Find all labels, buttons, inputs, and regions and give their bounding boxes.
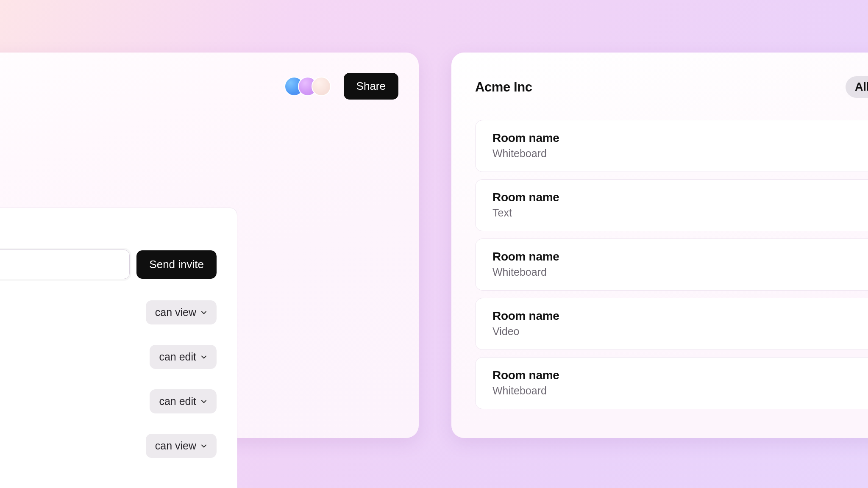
share-button[interactable]: Share	[344, 73, 398, 100]
permission-select[interactable]: can edit	[150, 345, 217, 369]
room-card[interactable]: Room name Video	[475, 298, 868, 350]
member-row: Driessen acme.inc can view	[0, 299, 217, 326]
invite-row: Send invite	[0, 250, 217, 279]
avatar	[312, 77, 331, 96]
permission-label: can view	[155, 440, 196, 452]
permission-label: can edit	[159, 395, 196, 408]
invite-dialog: Send invite Driessen acme.inc can view	[0, 208, 237, 488]
room-name: Room name	[492, 131, 868, 145]
tab-all[interactable]: All	[846, 76, 868, 98]
rooms-panel: Acme Inc All Whiteboard Video Room name …	[451, 53, 868, 438]
permission-label: can view	[155, 306, 196, 319]
permission-label: can edit	[159, 351, 196, 363]
room-card[interactable]: Room name Whiteboard	[475, 120, 868, 172]
chevron-down-icon	[200, 309, 207, 316]
chevron-down-icon	[200, 354, 207, 360]
member-row: nriquez me.inc can edit	[0, 388, 217, 415]
workspace-title: Acme Inc	[475, 80, 532, 95]
permission-select[interactable]: can edit	[150, 389, 217, 413]
share-panel: Share Send invite Driessen acme.inc can …	[0, 53, 419, 438]
rooms-header: Acme Inc All Whiteboard Video	[475, 76, 868, 98]
member-list: Driessen acme.inc can view oucherot cme.…	[0, 299, 217, 460]
permission-select[interactable]: can view	[146, 434, 217, 458]
chevron-down-icon	[200, 398, 207, 405]
room-type: Whiteboard	[492, 147, 868, 160]
room-card[interactable]: Room name Text	[475, 179, 868, 231]
chevron-down-icon	[200, 443, 207, 449]
presence-avatars	[284, 77, 331, 96]
permission-select[interactable]: can view	[146, 300, 217, 324]
room-list: Room name Whiteboard Room name Text Room…	[475, 120, 868, 409]
room-name: Room name	[492, 191, 868, 204]
invite-email-input[interactable]	[0, 250, 130, 279]
member-row: ntharam me.inc can view	[0, 432, 217, 460]
room-type: Video	[492, 325, 868, 338]
room-type: Whiteboard	[492, 266, 868, 278]
room-name: Room name	[492, 250, 868, 263]
send-invite-button[interactable]: Send invite	[136, 250, 217, 279]
share-panel-header: Share	[284, 73, 398, 100]
room-card[interactable]: Room name Whiteboard	[475, 238, 868, 291]
room-card[interactable]: Room name Whiteboard	[475, 357, 868, 409]
room-type: Text	[492, 207, 868, 219]
member-row: oucherot cme.inc can edit	[0, 343, 217, 371]
room-type: Whiteboard	[492, 385, 868, 397]
room-name: Room name	[492, 369, 868, 382]
room-name: Room name	[492, 309, 868, 323]
rooms-filter-tabs: All Whiteboard Video	[846, 76, 868, 98]
